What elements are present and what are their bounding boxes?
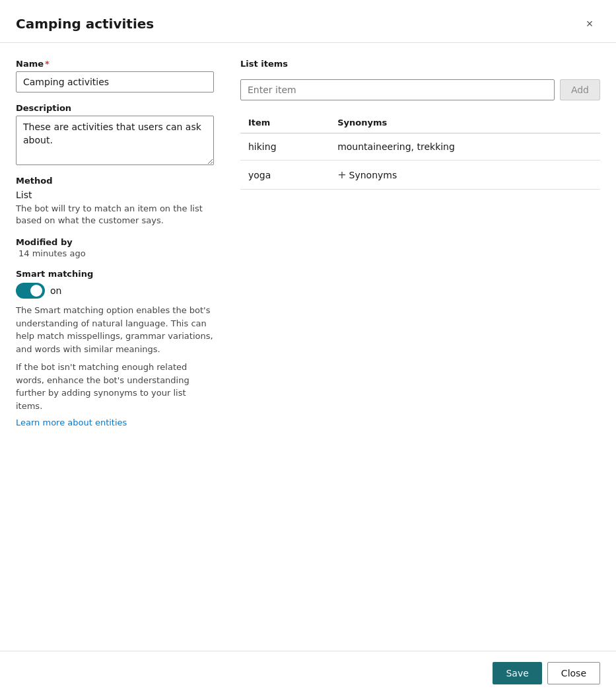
description-label: Description [16,103,214,113]
description-field-group: Description These are activities that us… [16,103,214,165]
description-textarea[interactable]: These are activities that users can ask … [16,116,214,165]
dialog-header: Camping activities × [0,0,616,43]
item-cell: yoga [240,161,329,190]
save-button[interactable]: Save [493,662,541,684]
dialog-close-button[interactable]: × [579,13,600,34]
col-header-synonyms: Synonyms [329,114,600,133]
method-value: List [16,190,214,200]
add-synonyms-label: Synonyms [349,170,397,180]
method-field-group: Method List The bot will try to match an… [16,176,214,227]
dialog-title: Camping activities [16,16,154,32]
smart-matching-desc-2: If the bot isn't matching enough related… [16,361,214,412]
add-synonyms-button[interactable]: + Synonyms [337,168,397,181]
modified-by-label: Modified by [16,237,214,247]
dialog-body: Name * Description These are activities … [0,43,616,651]
method-description: The bot will try to match an item on the… [16,203,214,227]
method-label: Method [16,176,214,186]
list-items-label: List items [240,59,600,69]
name-label: Name * [16,59,214,69]
synonyms-cell: mountaineering, trekking [329,133,600,161]
add-item-input[interactable] [240,79,555,100]
close-button[interactable]: Close [547,662,600,684]
name-required-star: * [45,59,50,69]
toggle-thumb [30,285,42,297]
table-row: yoga+ Synonyms [240,161,600,190]
modified-by-value: 14 minutes ago [16,248,214,258]
camping-activities-dialog: Camping activities × Name * Description … [0,0,616,695]
plus-icon: + [337,168,346,181]
modified-by-group: Modified by 14 minutes ago [16,237,214,258]
smart-matching-toggle[interactable] [16,283,45,299]
name-field-group: Name * [16,59,214,92]
toggle-track [16,283,45,299]
add-item-button[interactable]: Add [560,79,600,100]
col-header-item: Item [240,114,329,133]
synonyms-cell[interactable]: + Synonyms [329,161,600,190]
table-row: hikingmountaineering, trekking [240,133,600,161]
smart-matching-desc-1: The Smart matching option enables the bo… [16,304,214,355]
name-input[interactable] [16,71,214,92]
table-header-row: Item Synonyms [240,114,600,133]
left-panel: Name * Description These are activities … [16,59,214,635]
learn-more-link[interactable]: Learn more about entities [16,418,214,427]
smart-matching-label: Smart matching [16,269,214,279]
dialog-footer: Save Close [0,651,616,695]
items-table: Item Synonyms hikingmountaineering, trek… [240,114,600,190]
smart-matching-group: Smart matching on The Smart matching opt… [16,269,214,427]
item-cell: hiking [240,133,329,161]
add-item-row: Add [240,79,600,100]
toggle-state-text: on [50,285,61,296]
toggle-row: on [16,283,214,299]
right-panel: List items Add Item Synonyms hikingmount… [240,59,600,635]
